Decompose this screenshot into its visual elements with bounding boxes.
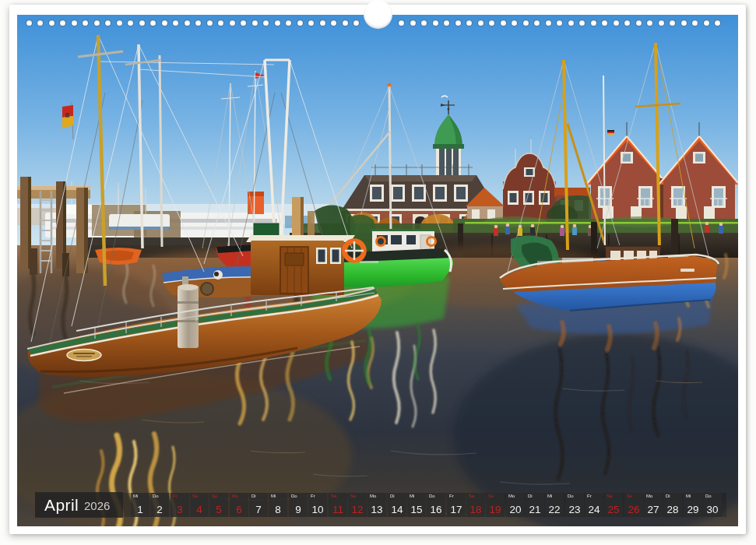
day-number: 23 [565,504,584,515]
calendar-day-23: Do23 [565,493,584,517]
binding-hole [489,20,494,26]
harbor-scene [17,15,738,526]
calendar-day-13: Mo13 [367,493,386,517]
month-name: April [44,496,79,515]
calendar-day-8: Mi8 [269,493,287,517]
weekday-label: Di [528,494,533,498]
binding-hole [557,20,562,26]
day-number: 25 [604,504,623,515]
binding-hole [568,20,574,26]
binding-hole [636,20,642,26]
weekday-label: Sa [331,494,336,498]
weekday-label: Mi [271,494,276,498]
binding-hole [72,20,77,26]
day-number: 30 [703,504,722,515]
binding-hole [117,20,122,26]
day-number: 12 [348,504,367,515]
weekday-label: Do [291,494,297,498]
binding-hole [173,20,178,26]
binding-hole [230,20,235,26]
day-number: 24 [585,504,603,515]
calendar-day-16: Do16 [427,493,445,517]
binding-hole [353,20,359,26]
day-number: 2 [150,504,169,515]
day-number: 18 [466,504,485,515]
calendar-day-29: Mi29 [684,493,702,517]
binding-hole [410,20,416,26]
calendar-day-4: Sa4 [190,493,209,517]
calendar-day-18: Sa18 [466,493,485,517]
day-number: 15 [407,504,426,515]
calendar-page: April 2026 Mi1Do2Fr3Sa4So5Mo6Di7Mi8Do9Fr… [9,5,746,534]
harbor-flag [62,105,73,128]
binding-hole [399,20,404,26]
binding-hole [60,20,65,26]
binding-hole [150,20,156,26]
weekday-label: Fr [311,494,315,498]
binding-hole [602,20,607,26]
binding-hole [162,20,167,26]
boat-name-blur [680,269,694,272]
day-number: 29 [684,504,702,515]
weekday-label: Di [390,494,395,498]
binding-hole [478,20,483,26]
calendar-day-28: Di28 [663,493,682,517]
day-number: 19 [486,504,505,515]
day-number: 6 [230,504,248,515]
calendar-day-15: Mi15 [407,493,426,517]
weekday-label: Mi [410,494,414,498]
binding-hole [692,20,698,26]
weekday-label: Do [568,494,574,498]
weekday-label: So [350,494,356,498]
binding-hole [105,20,111,26]
weekday-label: Do [153,494,159,498]
calendar-day-10: Fr10 [308,493,327,517]
calendar-day-26: So26 [624,493,643,517]
weekday-label: Mo [508,494,515,498]
binding-hole [659,20,664,26]
month-label: April 2026 [35,492,123,518]
binding-hole [523,20,529,26]
day-number: 22 [545,504,564,515]
binding-hole [94,20,100,26]
day-number: 5 [209,504,228,515]
calendar-day-14: Di14 [388,493,406,517]
day-number: 10 [308,504,327,515]
calendar-day-20: Mo20 [506,493,525,517]
binding-hole [308,20,314,26]
weekday-label: Mo [370,494,376,498]
binding-hole [444,20,449,26]
binding-hole [286,20,291,26]
harbor-photo: April 2026 Mi1Do2Fr3Sa4So5Mo6Di7Mi8Do9Fr… [17,15,738,526]
name-board [67,350,101,361]
calendar-day-30: Do30 [703,493,722,517]
binding-hole [624,20,630,26]
calendar-day-11: Sa11 [329,493,347,517]
calendar-day-2: Do2 [150,493,169,517]
binding-hole [704,20,709,26]
calendar-day-21: Di21 [526,493,544,517]
day-number: 13 [367,504,386,515]
binding-hole [185,20,190,26]
binding-hole [49,20,55,26]
weekday-label: Sa [469,494,474,498]
day-number: 26 [624,504,643,515]
calendar-day-5: So5 [209,493,228,517]
calendar-day-12: So12 [348,493,367,517]
day-number: 8 [269,504,287,515]
day-number: 16 [427,504,445,515]
binding-hole [331,20,336,26]
calendar-day-19: So19 [486,493,505,517]
day-number: 21 [526,504,544,515]
green-rail [465,222,738,224]
weekday-label: Mi [547,494,552,498]
calendar-day-24: Fr24 [585,493,603,517]
day-number: 7 [249,504,268,515]
weekday-label: So [627,494,632,498]
calendar-day-27: Mo27 [644,493,663,517]
weekday-label: Mo [232,494,238,498]
calendar-day-25: Sa25 [604,493,623,517]
binding-hole [501,20,506,26]
day-number: 11 [329,504,347,515]
calendar-day-6: Mo6 [230,493,248,517]
